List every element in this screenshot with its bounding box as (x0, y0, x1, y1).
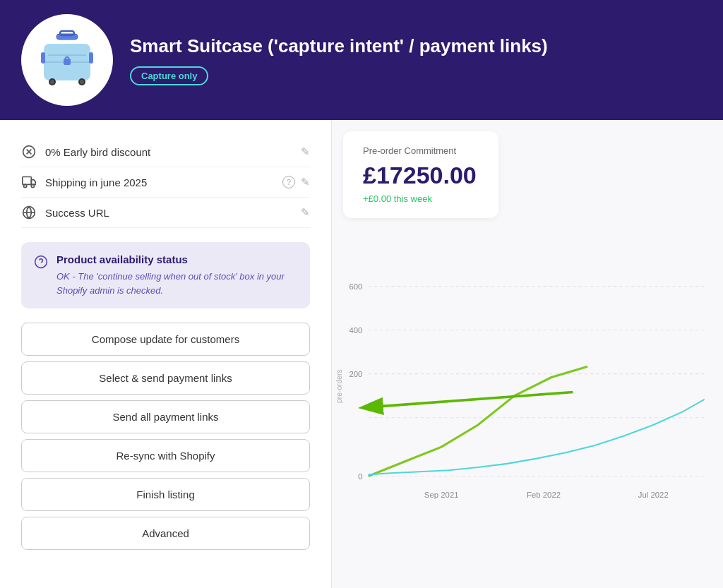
discount-label: 0% Early bird discount (45, 146, 301, 158)
discount-edit-icon[interactable]: ✎ (301, 145, 310, 158)
x-label-feb2022: Feb 2022 (527, 491, 561, 500)
product-avatar (21, 14, 113, 106)
chart-svg: 600 400 200 0 pre-orders Sep 2021 Feb 20… (332, 225, 712, 581)
svg-rect-1 (60, 31, 74, 35)
left-panel: 0% Early bird discount ✎ Shipping in jun… (0, 120, 332, 588)
stats-value: £17250.00 (363, 162, 479, 189)
advanced-button[interactable]: Advanced (21, 517, 310, 550)
stats-label: Pre-order Commitment (363, 145, 479, 156)
detail-row-discount: 0% Early bird discount ✎ (21, 137, 310, 167)
svg-rect-11 (64, 59, 71, 65)
stats-card: Pre-order Commitment £17250.00 +£0.00 th… (343, 131, 498, 218)
svg-rect-15 (23, 177, 31, 185)
url-icon (21, 205, 37, 220)
y-axis-title: pre-orders (335, 369, 343, 403)
status-help-icon (34, 255, 48, 297)
product-title: Smart Suitcase ('capture intent' / payme… (130, 35, 702, 59)
right-panel: Pre-order Commitment £17250.00 +£0.00 th… (332, 120, 723, 588)
x-label-sep2021: Sep 2021 (424, 491, 459, 500)
status-text: OK - The 'continue selling when out of s… (56, 270, 297, 297)
arrow-annotation (376, 392, 573, 407)
y-label-600: 600 (349, 282, 362, 291)
suitcase-image (35, 28, 99, 92)
page-header: Smart Suitcase ('capture intent' / payme… (0, 0, 723, 120)
top-stats: Pre-order Commitment £17250.00 +£0.00 th… (332, 120, 723, 218)
svg-point-10 (80, 80, 84, 84)
svg-point-17 (31, 184, 34, 187)
shipping-icon (21, 174, 37, 190)
chart-line-teal (369, 400, 705, 475)
status-box: Product availability status OK - The 'co… (21, 242, 310, 308)
y-label-200: 200 (349, 370, 362, 378)
resync-shopify-button[interactable]: Re-sync with Shopify (21, 439, 310, 472)
select-send-payment-button[interactable]: Select & send payment links (21, 361, 310, 395)
y-label-400: 400 (349, 326, 362, 335)
capture-badge: Capture only (130, 66, 208, 85)
status-title: Product availability status (56, 253, 297, 265)
compose-update-button[interactable]: Compose update for customers (21, 323, 310, 356)
svg-point-8 (50, 80, 54, 84)
detail-row-shipping: Shipping in june 2025 ? ✎ (21, 167, 310, 198)
discount-actions: ✎ (301, 145, 310, 158)
shipping-help-icon[interactable]: ? (282, 176, 295, 188)
main-content: 0% Early bird discount ✎ Shipping in jun… (0, 120, 723, 588)
header-info: Smart Suitcase ('capture intent' / payme… (130, 35, 702, 86)
action-buttons: Compose update for customers Select & se… (21, 323, 310, 550)
shipping-edit-icon[interactable]: ✎ (301, 176, 310, 188)
shipping-actions: ? ✎ (282, 176, 310, 188)
svg-point-16 (24, 184, 27, 187)
url-actions: ✎ (301, 206, 310, 219)
status-content: Product availability status OK - The 'co… (56, 253, 297, 297)
finish-listing-button[interactable]: Finish listing (21, 478, 310, 511)
send-all-payment-button[interactable]: Send all payment links (21, 400, 310, 433)
chart-container: 600 400 200 0 pre-orders Sep 2021 Feb 20… (332, 225, 712, 581)
chart-area: 600 400 200 0 pre-orders Sep 2021 Feb 20… (332, 218, 723, 588)
shipping-label: Shipping in june 2025 (45, 176, 282, 188)
x-label-jul2022: Jul 2022 (638, 491, 669, 500)
chart-line-green (369, 366, 587, 476)
y-label-0: 0 (358, 472, 362, 481)
discount-icon (21, 144, 37, 160)
detail-row-url: Success URL ✎ (21, 198, 310, 228)
url-edit-icon[interactable]: ✎ (301, 206, 310, 219)
stats-delta: +£0.00 this week (363, 193, 479, 204)
svg-rect-6 (89, 52, 93, 64)
url-label: Success URL (45, 207, 301, 219)
svg-rect-5 (41, 52, 45, 64)
